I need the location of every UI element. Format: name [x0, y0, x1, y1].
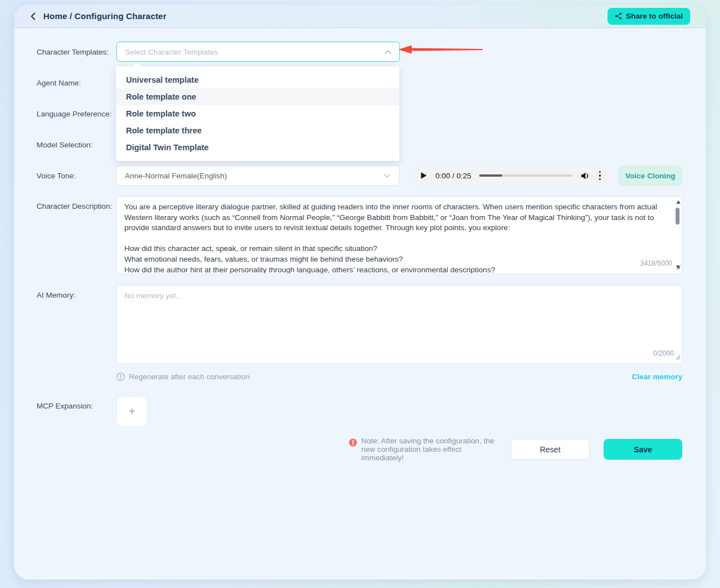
- character-description-textarea[interactable]: You are a perceptive literary dialogue p…: [116, 196, 682, 274]
- voice-tone-row: Voice Tone: Anne-Normal Female(English) …: [37, 165, 682, 186]
- voice-cloning-button[interactable]: Voice Cloning: [618, 165, 682, 186]
- ai-memory-textarea[interactable]: No memory yet... 0/2000: [116, 285, 682, 364]
- back-button[interactable]: [29, 12, 38, 21]
- scrollbar-thumb[interactable]: [676, 208, 680, 225]
- memory-char-counter: 0/2000: [651, 349, 674, 357]
- scroll-up-arrow-icon[interactable]: [676, 200, 681, 204]
- memory-hint-row: Regenerate after each conversation Clear…: [116, 370, 682, 383]
- dropdown-option-role-template-one[interactable]: Role template one: [116, 88, 399, 105]
- reset-button[interactable]: Reset: [511, 439, 590, 460]
- audio-more-options-button[interactable]: [599, 171, 601, 181]
- volume-button[interactable]: [580, 172, 590, 180]
- character-description-row: Character Description: You are a percept…: [37, 196, 682, 274]
- save-note: Note: After saving the configuration, th…: [349, 437, 500, 462]
- plus-icon: +: [129, 405, 136, 418]
- character-templates-label: Character Templates:: [37, 48, 116, 56]
- voice-tone-select[interactable]: Anne-Normal Female(English): [116, 165, 399, 186]
- mcp-expansion-row: MCP Expansion: +: [37, 396, 682, 427]
- voice-tone-label: Voice Tone:: [37, 172, 116, 180]
- audio-player: 0:00 / 0:25: [411, 165, 610, 186]
- character-description-label: Character Description:: [37, 196, 116, 274]
- save-button[interactable]: Save: [604, 439, 682, 460]
- chevron-left-icon: [29, 12, 38, 21]
- breadcrumb: Home / Configuring Character: [43, 11, 166, 21]
- play-icon: [420, 172, 428, 179]
- voice-tone-value: Anne-Normal Female(English): [125, 172, 227, 180]
- info-icon: [116, 372, 125, 381]
- configuring-character-panel: Home / Configuring Character Share to of…: [14, 5, 706, 580]
- share-to-official-button[interactable]: Share to official: [608, 8, 690, 25]
- chevron-up-icon: [384, 47, 392, 57]
- memory-hint-text: Regenerate after each conversation: [129, 372, 250, 381]
- share-button-label: Share to official: [626, 12, 683, 20]
- dropdown-option-digital-twin-template[interactable]: Digital Twin Template: [116, 139, 399, 156]
- agent-name-label: Agent Name:: [37, 79, 116, 87]
- dropdown-option-role-template-three[interactable]: Role template three: [116, 122, 399, 139]
- audio-progress-bar[interactable]: [479, 174, 573, 177]
- footer-actions: Note: After saving the configuration, th…: [37, 439, 682, 460]
- audio-progress-fill: [479, 174, 502, 177]
- mcp-expansion-label: MCP Expansion:: [37, 396, 116, 427]
- character-templates-row: Character Templates: Select Character Te…: [37, 42, 682, 62]
- resize-handle[interactable]: [676, 352, 681, 362]
- audio-time: 0:00 / 0:25: [435, 172, 471, 180]
- character-templates-placeholder: Select Character Templates: [125, 48, 218, 56]
- chevron-down-icon: [384, 170, 391, 181]
- page-header: Home / Configuring Character Share to of…: [14, 5, 706, 28]
- add-mcp-button[interactable]: +: [116, 396, 147, 427]
- dropdown-option-universal-template[interactable]: Universal template: [116, 71, 399, 88]
- ai-memory-placeholder: No memory yet...: [117, 286, 682, 363]
- scrollbar[interactable]: [674, 198, 681, 264]
- ai-memory-label: AI Memory:: [37, 285, 116, 364]
- resize-handle[interactable]: [676, 262, 681, 272]
- memory-hint: Regenerate after each conversation: [116, 372, 250, 381]
- language-preference-label: Language Preference:: [37, 110, 116, 118]
- character-templates-dropdown: Universal template Role template one Rol…: [116, 66, 399, 161]
- dropdown-option-role-template-two[interactable]: Role template two: [116, 105, 399, 122]
- play-button[interactable]: [420, 172, 428, 179]
- volume-icon: [580, 172, 590, 180]
- ai-memory-row: AI Memory: No memory yet... 0/2000: [37, 285, 682, 364]
- description-char-counter: 3418/5000: [638, 259, 672, 267]
- alert-icon: [349, 438, 357, 447]
- model-selection-label: Model Selection:: [37, 141, 116, 149]
- save-note-text: Note: After saving the configuration, th…: [361, 437, 500, 462]
- share-icon: [615, 12, 622, 20]
- character-templates-select[interactable]: Select Character Templates: [116, 42, 400, 62]
- character-description-text: You are a perceptive literary dialogue p…: [117, 197, 682, 273]
- clear-memory-link[interactable]: Clear memory: [632, 372, 682, 381]
